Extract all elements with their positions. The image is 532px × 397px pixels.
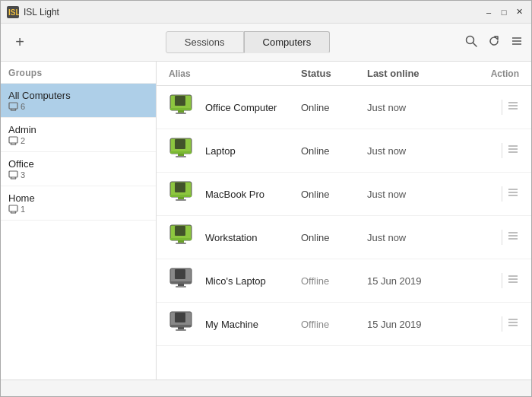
add-button[interactable]: +	[8, 31, 31, 54]
computer-icon	[169, 267, 196, 291]
svg-rect-38	[170, 108, 192, 110]
computer-name: My Machine	[205, 319, 258, 330]
computer-alias-cell: My Machine	[169, 310, 301, 338]
toolbar: + Sessions Computers	[1, 24, 531, 62]
action-menu-icon[interactable]	[507, 316, 519, 332]
group-count: 2	[8, 136, 138, 145]
computer-icon	[169, 180, 196, 205]
svg-rect-64	[175, 226, 185, 236]
monitor-icon	[8, 136, 18, 145]
table-row[interactable]: Workstation Online Just now	[157, 216, 531, 259]
refresh-icon[interactable]	[487, 34, 501, 51]
computer-name: MacBook Pro	[205, 189, 264, 200]
group-name: Office	[8, 158, 138, 170]
pc-icon	[169, 224, 196, 251]
computer-name: Mico's Laptop	[205, 275, 266, 287]
computer-last-online: 15 Jun 2019	[367, 319, 466, 330]
group-info: Home 1	[8, 192, 138, 214]
window-controls: – □ ✕	[483, 6, 525, 18]
svg-rect-82	[175, 313, 185, 322]
main-content: Groups All Computers 6	[1, 62, 531, 380]
search-icon[interactable]	[464, 34, 478, 51]
sidebar-header: Groups	[1, 62, 156, 84]
action-divider	[502, 273, 502, 288]
header-action: Action	[466, 68, 519, 79]
computer-name: Office Computer	[205, 102, 277, 113]
computer-alias-cell: Mico's Laptop	[169, 267, 301, 294]
sidebar-item-admin[interactable]: Admin 2	[1, 118, 156, 152]
header-status: Status	[301, 68, 367, 79]
action-divider	[502, 100, 502, 115]
sidebar-item-home[interactable]: Home 1	[1, 186, 156, 221]
action-menu-icon[interactable]	[507, 143, 519, 158]
computer-action	[466, 316, 519, 332]
computer-status: Online	[301, 189, 367, 200]
minimize-button[interactable]: –	[483, 6, 495, 18]
title-bar: ISL ISL Light – □ ✕	[1, 1, 531, 24]
action-menu-icon[interactable]	[507, 186, 519, 202]
svg-rect-65	[170, 238, 192, 240]
computer-action	[466, 273, 519, 288]
action-menu-icon[interactable]	[507, 273, 519, 288]
sidebar-groups: All Computers 6	[1, 84, 156, 221]
svg-rect-75	[178, 284, 184, 286]
computer-icon	[169, 94, 196, 118]
computer-last-online: Just now	[367, 232, 466, 243]
pc-icon	[169, 310, 196, 338]
svg-rect-76	[176, 286, 186, 287]
computer-last-online: Just now	[367, 189, 466, 200]
table-row[interactable]: Laptop Online Just now	[157, 129, 531, 173]
table-row[interactable]: Office Computer Online Just now	[157, 86, 531, 129]
computer-last-online: 15 Jun 2019	[367, 275, 466, 287]
app-title: ISL Light	[24, 7, 483, 17]
sidebar-item-office[interactable]: Office 3	[1, 152, 156, 186]
svg-rect-55	[175, 183, 185, 192]
tab-sessions[interactable]: Sessions	[166, 31, 244, 53]
sidebar: Groups All Computers 6	[1, 62, 157, 380]
computer-alias-cell: Workstation	[169, 224, 301, 251]
action-menu-icon[interactable]	[507, 100, 519, 115]
computer-icon	[169, 224, 196, 248]
pc-icon	[169, 267, 196, 294]
group-name: Home	[8, 192, 138, 204]
status-bar	[1, 380, 531, 396]
computer-action	[466, 143, 519, 158]
pc-icon	[169, 180, 196, 208]
group-count: 3	[8, 170, 138, 179]
svg-rect-39	[178, 110, 184, 113]
maximize-button[interactable]: □	[498, 6, 510, 18]
svg-rect-57	[178, 197, 184, 199]
group-name: All Computers	[8, 90, 138, 101]
group-count: 6	[8, 102, 138, 111]
sidebar-item-all[interactable]: All Computers 6	[1, 84, 156, 118]
pc-icon	[169, 94, 196, 121]
monitor-icon	[8, 205, 18, 214]
computer-rows: Office Computer Online Just now	[157, 86, 531, 380]
computer-icon	[169, 137, 196, 161]
computer-list: Alias Status Last online Action Office C…	[157, 62, 531, 380]
close-button[interactable]: ✕	[513, 6, 525, 18]
table-row[interactable]: Mico's Laptop Offline 15 Jun 2019	[157, 259, 531, 303]
svg-text:ISL: ISL	[8, 8, 19, 17]
action-divider	[502, 316, 502, 332]
svg-rect-7	[9, 103, 17, 109]
menu-icon[interactable]	[510, 34, 524, 51]
svg-rect-66	[178, 240, 184, 243]
svg-rect-47	[170, 151, 192, 154]
group-info: Admin 2	[8, 124, 138, 145]
tab-computers[interactable]: Computers	[244, 31, 331, 53]
table-row[interactable]: MacBook Pro Online Just now	[157, 173, 531, 216]
svg-rect-37	[175, 96, 185, 106]
computer-alias-cell: Laptop	[169, 137, 301, 164]
table-row[interactable]: My Machine Offline 15 Jun 2019	[157, 303, 531, 346]
svg-rect-28	[9, 205, 17, 211]
header-alias: Alias	[169, 68, 301, 79]
computer-action	[466, 230, 519, 245]
list-header: Alias Status Last online Action	[157, 62, 531, 86]
svg-rect-14	[9, 137, 17, 143]
svg-rect-67	[176, 243, 186, 244]
tab-group: Sessions Computers	[166, 31, 330, 53]
computer-status: Offline	[301, 275, 367, 287]
action-menu-icon[interactable]	[507, 230, 519, 245]
group-info: All Computers 6	[8, 90, 138, 111]
